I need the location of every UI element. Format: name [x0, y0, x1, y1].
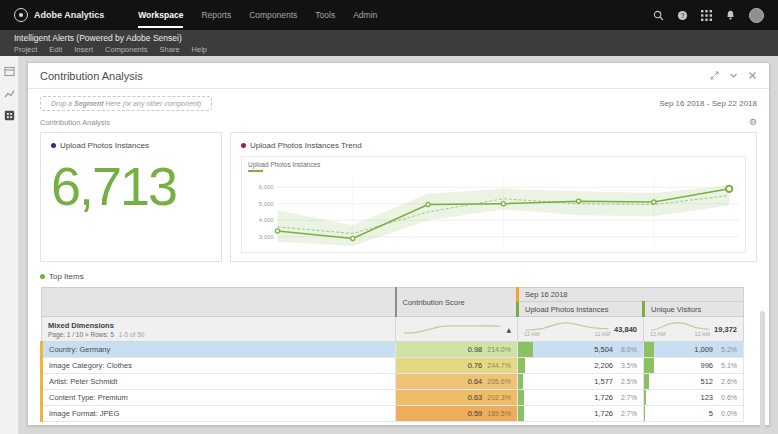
notifications-bell-icon[interactable]	[725, 10, 736, 21]
summary-card-title-row: Upload Photos Instances	[51, 141, 211, 150]
visitors-cell: 5122.6%	[644, 374, 744, 390]
project-title: Intelligent Alerts (Powered by Adobe Sen…	[14, 33, 764, 43]
table-subheader-row: Mixed Dimensions Page: 1 / 10 > Rows: 5 …	[42, 317, 744, 342]
axis-start-label: 12 AM	[650, 332, 666, 338]
visitors-cell: 9965.1%	[644, 358, 744, 374]
date-range[interactable]: Sep 16 2018 - Sep 22 2018	[659, 99, 757, 108]
top-nav-components[interactable]: Components	[249, 0, 297, 30]
table-row[interactable]: Artist: Peter Schmidt 0.64205.6% 1,5772.…	[42, 374, 744, 390]
topbar-utilities: ?	[653, 8, 764, 23]
panel-sublabel: Contribution Analysis	[40, 118, 110, 127]
column-header-contribution-score[interactable]: Contribution Score	[396, 288, 518, 317]
app-switcher-icon[interactable]	[701, 10, 712, 21]
instances-cell: 5,5048.0%	[518, 342, 644, 358]
segment-drop-zone[interactable]: Drop a Segment Here (or any other compon…	[40, 96, 212, 111]
svg-text:4,000: 4,000	[259, 217, 274, 223]
visitors-bar	[644, 406, 645, 421]
instances-bar	[518, 390, 524, 405]
brand[interactable]: Adobe Analytics	[14, 8, 104, 22]
project-menubar: Project Edit Insert Components Share Hel…	[14, 45, 764, 54]
top-nav-reports[interactable]: Reports	[201, 0, 231, 30]
contribution-analysis-panel: Contribution Analysis	[27, 62, 770, 426]
menu-share[interactable]: Share	[160, 45, 180, 54]
instances-cell: 1,5772.5%	[518, 374, 644, 390]
visitors-cell: 1,0095.2%	[644, 342, 744, 358]
pagination-control[interactable]: Page: 1 / 10 >	[48, 331, 89, 338]
components-icon[interactable]	[4, 110, 15, 121]
axis-end-label: 12 AM	[594, 332, 610, 338]
rows-count[interactable]: 5	[110, 331, 114, 338]
mixed-dimensions-cell: Mixed Dimensions Page: 1 / 10 > Rows: 5 …	[42, 317, 396, 342]
score-cell: 0.98214.0%	[396, 342, 518, 358]
score-sparkline-cell: ▲	[396, 317, 518, 342]
column-header-unique-visitors[interactable]: Unique Visitors	[644, 302, 744, 317]
menu-help[interactable]: Help	[192, 45, 207, 54]
dropzone-text-suffix: Here (or any other component)	[104, 100, 202, 107]
top-items-title: Top Items	[49, 272, 84, 281]
rows-range: 1-5 of 50	[119, 331, 145, 338]
table-row[interactable]: Content Type: Premium 0.63202.3% 1,7262.…	[42, 390, 744, 406]
visualization-cards: Upload Photos Instances 6,713 Upload Pho…	[28, 130, 769, 270]
gear-icon[interactable]: ⚙	[749, 118, 757, 127]
instances-cell: 1,7262.7%	[518, 406, 644, 422]
help-icon[interactable]: ?	[677, 10, 688, 21]
top-navigation-bar: Adobe Analytics Workspace Reports Compon…	[0, 0, 778, 30]
column-header-instances[interactable]: Upload Photos Instances	[518, 302, 644, 317]
panel-toolbar: Drop a Segment Here (or any other compon…	[28, 89, 769, 113]
collapse-chevron-icon[interactable]	[729, 71, 738, 80]
trend-legend-swatch	[248, 170, 263, 172]
search-icon[interactable]	[653, 10, 664, 21]
dimension-cell: Artist: Peter Schmidt	[42, 374, 396, 390]
instances-sparkline-cell: 12 AM 12 AM 43,840	[518, 317, 644, 342]
visitors-sparkline-cell: 12 AM 12 AM 19,372	[644, 317, 744, 342]
visualizations-icon[interactable]	[4, 88, 15, 99]
visitors-bar	[644, 390, 646, 405]
top-items-section: Top Items Contribution Score Sep 16 2018	[28, 270, 769, 425]
panel-header: Contribution Analysis	[28, 63, 769, 89]
project-bar: Intelligent Alerts (Powered by Adobe Sen…	[0, 30, 778, 56]
top-nav-workspace[interactable]: Workspace	[138, 0, 183, 30]
canvas: Contribution Analysis	[19, 56, 778, 434]
visitors-bar	[644, 358, 654, 373]
maximize-icon[interactable]	[710, 71, 719, 80]
summary-dot-icon	[51, 143, 56, 148]
panels-icon[interactable]	[4, 66, 15, 77]
dimension-cell: Country: Germany	[42, 342, 396, 358]
instances-bar	[518, 406, 524, 421]
sort-ascending-icon[interactable]: ▲	[506, 326, 511, 333]
score-cell: 0.76244.7%	[396, 358, 518, 374]
table-header-blank	[42, 288, 396, 317]
table-row[interactable]: Image Format: JPEG 0.59189.5% 1,7262.7% …	[42, 406, 744, 422]
score-cell: 0.63202.3%	[396, 390, 518, 406]
axis-end-label: 12 AM	[694, 332, 710, 338]
instances-bar	[518, 358, 525, 373]
score-cell: 0.64205.6%	[396, 374, 518, 390]
table-row[interactable]: Image Category: Clothes 0.76244.7% 2,206…	[42, 358, 744, 374]
rows-label: Rows:	[90, 331, 108, 338]
trend-card-title: Upload Photos Instances Trend	[250, 141, 362, 150]
menu-edit[interactable]: Edit	[49, 45, 62, 54]
top-nav-admin[interactable]: Admin	[353, 0, 377, 30]
app-window: Adobe Analytics Workspace Reports Compon…	[0, 0, 778, 434]
trend-chart-svg[interactable]: 3,0004,0005,0006,000	[248, 173, 739, 250]
top-nav-tools[interactable]: Tools	[315, 0, 335, 30]
menu-insert[interactable]: Insert	[74, 45, 93, 54]
left-rail	[0, 56, 19, 434]
close-icon[interactable]	[748, 71, 757, 80]
panel-scrollbar[interactable]	[760, 311, 765, 434]
instances-bar	[518, 342, 533, 357]
trend-chart-box: Upload Photos Instances 3,0004,0005,0006…	[241, 156, 746, 253]
trend-chart-card[interactable]: Upload Photos Instances Trend Upload Pho…	[230, 132, 757, 262]
axis-start-label: 12 AM	[524, 332, 540, 338]
column-group-header-date[interactable]: Sep 16 2018	[518, 288, 744, 302]
dropzone-text-bold: Segment	[74, 100, 104, 107]
user-avatar[interactable]	[749, 8, 764, 23]
instances-bar	[518, 374, 523, 389]
panel-title: Contribution Analysis	[40, 70, 143, 82]
table-row[interactable]: Country: Germany 0.98214.0% 5,5048.0% 1,…	[42, 342, 744, 358]
dimension-cell: Image Format: JPEG	[42, 406, 396, 422]
summary-number-card[interactable]: Upload Photos Instances 6,713	[40, 132, 222, 262]
trend-legend: Upload Photos Instances	[248, 161, 739, 173]
menu-components[interactable]: Components	[105, 45, 148, 54]
menu-project[interactable]: Project	[14, 45, 37, 54]
